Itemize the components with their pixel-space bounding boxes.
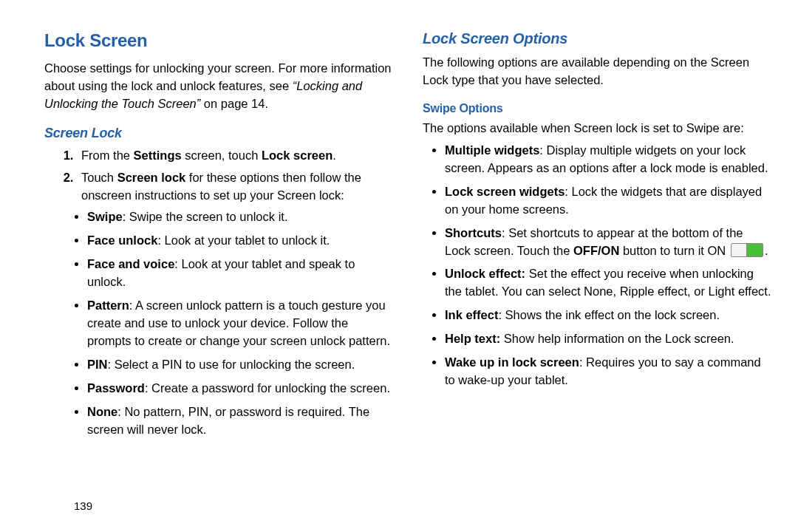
swipe-options-intro: The options available when Screen lock i… (423, 120, 771, 137)
intro-text-b: on page 14. (200, 97, 268, 110)
lock-screen-options-heading: Lock Screen Options (423, 28, 771, 50)
option-face-and-voice: Face and voice: Look at your tablet and … (87, 256, 393, 291)
opt-help-text: Help text: Show help information on the … (445, 330, 771, 348)
step1-lock-screen: Lock screen (262, 149, 332, 162)
screen-lock-steps: From the Settings screen, touch Lock scr… (44, 147, 393, 205)
option-pin: PIN: Select a PIN to use for unlocking t… (87, 356, 393, 374)
step1-a: From the (81, 149, 134, 162)
step2-screen-lock: Screen lock (117, 171, 186, 184)
page-number: 139 (74, 498, 92, 514)
step1-c: screen, touch (182, 149, 262, 162)
option-none: None: No pattern, PIN, or password is re… (87, 403, 393, 439)
step-2: Touch Screen lock for these options then… (77, 169, 393, 205)
option-swipe: Swipe: Swipe the screen to unlock it. (87, 208, 393, 226)
lock-screen-heading: Lock Screen (44, 28, 393, 54)
on-off-toggle-icon (731, 243, 763, 257)
step-1: From the Settings screen, touch Lock scr… (77, 147, 393, 165)
swipe-options-list: Multiple widgets: Display multiple widge… (423, 142, 771, 389)
document-page: Lock Screen Choose settings for unlockin… (0, 0, 798, 532)
screen-lock-options-list: Swipe: Swipe the screen to unlock it. Fa… (44, 208, 393, 438)
intro-paragraph: Choose settings for unlocking your scree… (44, 60, 393, 113)
step2-a: Touch (81, 171, 117, 184)
options-intro: The following options are available depe… (423, 54, 771, 89)
opt-lock-screen-widgets: Lock screen widgets: Lock the widgets th… (445, 183, 771, 219)
opt-shortcuts: Shortcuts: Set shortcuts to appear at th… (445, 225, 771, 260)
opt-multiple-widgets: Multiple widgets: Display multiple widge… (445, 142, 771, 177)
opt-ink-effect: Ink effect: Shows the ink effect on the … (445, 307, 771, 324)
option-pattern: Pattern: A screen unlock pattern is a to… (87, 297, 393, 350)
screen-lock-heading: Screen Lock (44, 123, 393, 143)
opt-wake-up: Wake up in lock screen: Requires you to … (445, 354, 771, 389)
swipe-options-heading: Swipe Options (423, 100, 771, 117)
opt-unlock-effect: Unlock effect: Set the effect you receiv… (445, 265, 771, 301)
left-column: Lock Screen Choose settings for unlockin… (44, 22, 393, 523)
option-face-unlock: Face unlock: Look at your tablet to unlo… (87, 232, 393, 250)
step1-settings: Settings (134, 149, 182, 162)
right-column: Lock Screen Options The following option… (423, 22, 771, 523)
option-password: Password: Create a password for unlockin… (87, 380, 393, 398)
step1-e: . (332, 149, 336, 162)
